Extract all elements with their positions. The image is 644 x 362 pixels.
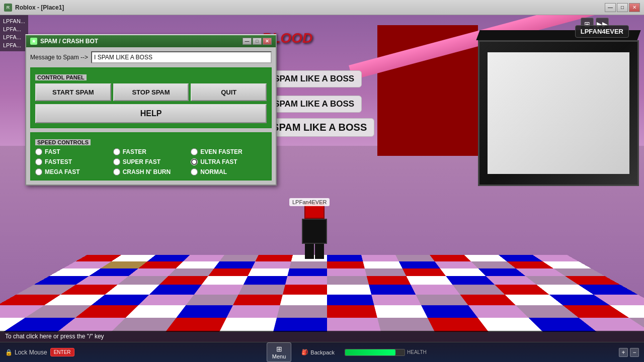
- speed-option-super_fast[interactable]: SUPER FAST: [113, 158, 189, 165]
- speed-label-even_faster: EVEN FASTER: [200, 148, 242, 155]
- quit-button[interactable]: QUIT: [191, 83, 267, 101]
- floor-cell: [365, 268, 407, 277]
- speed-radio-normal[interactable]: [191, 168, 198, 175]
- dialog-body: Message to Spam --> CONTROL PANEL START …: [26, 47, 276, 185]
- chat-hint[interactable]: To chat click here or press the "/" key: [0, 331, 644, 342]
- floor-cell: [289, 261, 327, 268]
- player-character: [297, 201, 332, 261]
- speed-option-normal[interactable]: NORMAL: [191, 168, 267, 175]
- floor-cell: [233, 295, 283, 306]
- lock-mouse-wrap: 🔒 Lock Mouse: [5, 349, 47, 356]
- control-buttons-row: START SPAM STOP SPAM QUIT: [35, 83, 267, 101]
- window-controls: — □ ✕: [605, 3, 640, 12]
- floor-cell: [327, 295, 374, 306]
- speed-radio-ultra_fast[interactable]: [191, 158, 198, 165]
- speed-radio-fastest[interactable]: [35, 158, 42, 165]
- message-label: Message to Spam -->: [30, 54, 88, 61]
- bottom-center-bar: ⊞ Menu 🎒 Backpack HEALTH: [79, 342, 614, 362]
- speed-radio-mega_fast[interactable]: [35, 168, 42, 175]
- speed-label-faster: FASTER: [123, 148, 146, 155]
- dialog-minimize-button[interactable]: —: [243, 38, 252, 45]
- speed-label-mega_fast: MEGA FAST: [45, 168, 80, 175]
- dialog-close-button[interactable]: ✕: [263, 38, 272, 45]
- speed-option-fast[interactable]: FAST: [35, 148, 111, 155]
- username-label: LPFan4EVER: [289, 198, 330, 206]
- speed-option-ultra_fast[interactable]: ULTRA FAST: [191, 158, 267, 165]
- menu-button[interactable]: ⊞ Menu: [267, 342, 292, 362]
- floor-cell: [273, 318, 327, 332]
- floor-cell: [367, 276, 411, 285]
- speed-option-fastest[interactable]: FASTEST: [35, 158, 111, 165]
- help-button[interactable]: HELP: [35, 104, 267, 123]
- health-bar-background: [345, 349, 405, 356]
- floor-cell: [327, 268, 367, 277]
- bottom-right-controls: + −: [614, 348, 644, 357]
- floor-cell: [208, 268, 252, 277]
- speed-radio-fast[interactable]: [35, 148, 42, 155]
- speed-label-fast: FAST: [45, 148, 60, 155]
- dialog-title-left: ★ SPAM / CRASH BOT: [30, 38, 98, 45]
- message-input[interactable]: [91, 51, 272, 63]
- speed-option-even_faster[interactable]: EVEN FASTER: [191, 148, 267, 155]
- window-title: Roblox - [Place1]: [15, 4, 605, 11]
- floor-cell: [327, 305, 377, 318]
- floor-cell: [327, 318, 381, 332]
- speed-radio-faster[interactable]: [113, 148, 120, 155]
- floor-cell: [214, 261, 255, 268]
- lock-mouse-label: Lock Mouse: [15, 349, 47, 356]
- floor-cell: [327, 276, 369, 285]
- speed-radio-even_faster[interactable]: [191, 148, 198, 155]
- start-spam-button[interactable]: START SPAM: [35, 83, 111, 101]
- floor-cell: [361, 255, 399, 261]
- health-bar: HEALTH: [345, 349, 427, 356]
- player-badge: LPFAN4EVER: [575, 25, 629, 38]
- windows-taskbar: R Roblox - [Place1] — □ ✕: [0, 0, 644, 15]
- speed-radio-super_fast[interactable]: [113, 158, 120, 165]
- floor-cell: [201, 276, 248, 285]
- lock-icon: 🔒: [5, 349, 13, 356]
- floor-cell: [166, 318, 226, 332]
- minimize-button[interactable]: —: [605, 3, 616, 12]
- floor-cell: [285, 276, 327, 285]
- floor-cell: [327, 255, 363, 261]
- health-label: HEALTH: [407, 349, 427, 355]
- user-list-item: LPFAN...: [3, 17, 25, 25]
- floor-cell: [327, 285, 371, 294]
- backpack-button[interactable]: 🎒 Backpack: [301, 349, 335, 355]
- menu-icon: ⊞: [276, 345, 282, 353]
- floor-cell: [395, 255, 435, 261]
- floor-cell: [159, 276, 208, 285]
- zoom-in-button[interactable]: +: [619, 348, 628, 357]
- floor-cell: [407, 276, 453, 285]
- floor-cell: [399, 261, 440, 268]
- speed-option-faster[interactable]: FASTER: [113, 148, 189, 155]
- floor-cell: [255, 255, 293, 261]
- speed-panel: SPEED CONTROLS FASTFASTEREVEN FASTERFAST…: [30, 132, 272, 180]
- zoom-out-button[interactable]: −: [630, 348, 639, 357]
- game-floor: [0, 255, 644, 332]
- floor-cell: [374, 305, 428, 318]
- floor-cell: [176, 261, 219, 268]
- close-button[interactable]: ✕: [629, 3, 640, 12]
- floor-cell: [287, 268, 327, 277]
- maximize-button[interactable]: □: [617, 3, 628, 12]
- floor-cell: [280, 295, 327, 306]
- speed-grid: FASTFASTEREVEN FASTERFASTESTSUPER FASTUL…: [35, 148, 267, 175]
- user-list: LPFAN... LPFA... LPFA... LPFA...: [0, 15, 28, 51]
- floor-cell: [176, 305, 233, 318]
- speed-label-crash_n_burn: CRASH N' BURN: [123, 168, 171, 175]
- control-panel: CONTROL PANEL START SPAM STOP SPAM QUIT …: [30, 67, 272, 128]
- floor-cell: [327, 261, 365, 268]
- floor-cell: [219, 318, 277, 332]
- dialog-maximize-button[interactable]: □: [253, 38, 262, 45]
- speed-radio-crash_n_burn[interactable]: [113, 168, 120, 175]
- floor-cell: [252, 261, 291, 268]
- speed-option-crash_n_burn[interactable]: CRASH N' BURN: [113, 168, 189, 175]
- speed-option-mega_fast[interactable]: MEGA FAST: [35, 168, 111, 175]
- stop-spam-button[interactable]: STOP SPAM: [113, 83, 189, 101]
- floor-cell: [243, 276, 287, 285]
- floor-cell: [411, 285, 460, 294]
- menu-label: Menu: [272, 353, 286, 359]
- lock-mouse-button[interactable]: ENTER: [50, 348, 74, 356]
- health-bar-fill: [345, 349, 395, 355]
